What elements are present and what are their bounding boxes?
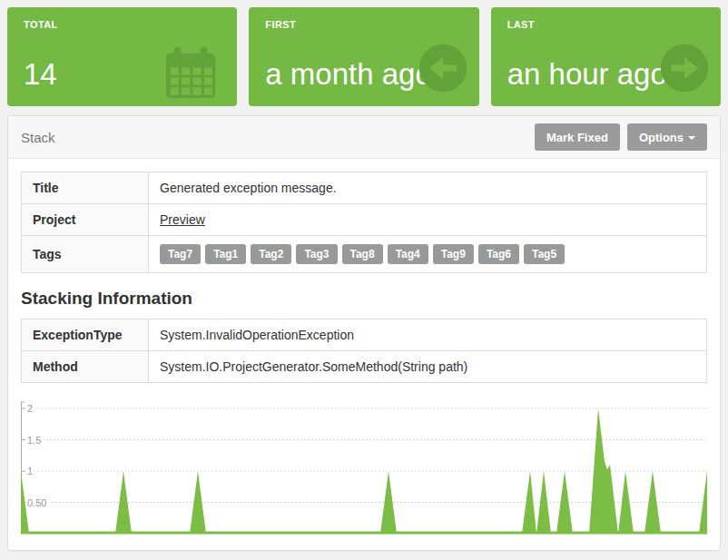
table-row-tags: Tags Tag7Tag1Tag2Tag3Tag8Tag4Tag9Tag6Tag… bbox=[22, 236, 707, 273]
stack-details-table: Title Generated exception message. Proje… bbox=[21, 172, 707, 273]
arrow-right-circle-icon[interactable] bbox=[659, 43, 710, 93]
tag-badge: Tag2 bbox=[251, 244, 291, 264]
chevron-down-icon bbox=[688, 136, 695, 140]
calendar-icon bbox=[162, 45, 219, 100]
stat-cards: TOTAL 14 FIRST a month ago bbox=[7, 7, 721, 106]
table-row-project: Project Preview bbox=[22, 204, 707, 236]
svg-text:2: 2 bbox=[27, 403, 33, 414]
last-card-value: an hour ago bbox=[507, 57, 667, 92]
options-dropdown-button[interactable]: Options bbox=[627, 123, 707, 151]
row-label: Tags bbox=[22, 236, 149, 273]
tag-badge: Tag3 bbox=[296, 244, 337, 264]
method-value: System.IO.ProjectGenerator.SomeMethod(St… bbox=[149, 351, 707, 383]
row-label: ExceptionType bbox=[22, 319, 149, 351]
stacking-information-table: ExceptionType System.InvalidOperationExc… bbox=[21, 319, 707, 383]
page: TOTAL 14 FIRST a month ago bbox=[0, 0, 728, 558]
first-card-label: FIRST bbox=[265, 19, 296, 30]
tags-list: Tag7Tag1Tag2Tag3Tag8Tag4Tag9Tag6Tag5 bbox=[160, 246, 569, 260]
table-row-exception-type: ExceptionType System.InvalidOperationExc… bbox=[22, 319, 707, 351]
tag-badge: Tag9 bbox=[433, 244, 474, 264]
row-label: Method bbox=[22, 351, 149, 383]
tags-cell: Tag7Tag1Tag2Tag3Tag8Tag4Tag9Tag6Tag5 bbox=[149, 236, 707, 273]
stack-panel-body: Title Generated exception message. Proje… bbox=[8, 159, 720, 550]
first-card-value: a month ago bbox=[265, 57, 431, 92]
options-label: Options bbox=[639, 131, 684, 144]
frequency-chart[interactable]: 21.510.50 bbox=[21, 399, 707, 537]
svg-text:1.5: 1.5 bbox=[27, 435, 41, 446]
total-card[interactable]: TOTAL 14 bbox=[7, 7, 237, 106]
last-occurrence-card[interactable]: LAST an hour ago bbox=[491, 7, 721, 106]
row-label: Project bbox=[22, 204, 149, 236]
last-card-label: LAST bbox=[507, 19, 535, 30]
panel-title: Stack bbox=[21, 130, 55, 145]
tag-badge: Tag8 bbox=[342, 244, 383, 264]
project-link[interactable]: Preview bbox=[160, 212, 205, 227]
exception-type-value: System.InvalidOperationException bbox=[149, 319, 707, 351]
svg-text:0.50: 0.50 bbox=[27, 497, 46, 508]
table-row-method: Method System.IO.ProjectGenerator.SomeMe… bbox=[22, 351, 707, 383]
tag-badge: Tag5 bbox=[524, 244, 565, 264]
row-label: Title bbox=[22, 172, 149, 204]
header-buttons: Mark Fixed Options bbox=[535, 123, 707, 151]
total-card-value: 14 bbox=[24, 57, 57, 92]
title-value: Generated exception message. bbox=[149, 172, 707, 204]
tag-badge: Tag1 bbox=[205, 244, 246, 264]
arrow-left-circle-icon[interactable] bbox=[418, 43, 468, 93]
svg-text:1: 1 bbox=[27, 466, 33, 476]
tag-badge: Tag6 bbox=[478, 244, 519, 264]
stacking-information-heading: Stacking Information bbox=[21, 289, 707, 309]
total-card-label: TOTAL bbox=[24, 19, 58, 30]
stack-panel: Stack Mark Fixed Options Title Generated… bbox=[7, 115, 721, 551]
tag-badge: Tag7 bbox=[160, 244, 201, 264]
table-row-title: Title Generated exception message. bbox=[22, 172, 707, 204]
tag-badge: Tag4 bbox=[388, 244, 428, 264]
mark-fixed-button[interactable]: Mark Fixed bbox=[535, 123, 620, 151]
stack-panel-header: Stack Mark Fixed Options bbox=[8, 116, 720, 159]
project-cell: Preview bbox=[149, 204, 707, 236]
first-occurrence-card[interactable]: FIRST a month ago bbox=[249, 7, 478, 106]
